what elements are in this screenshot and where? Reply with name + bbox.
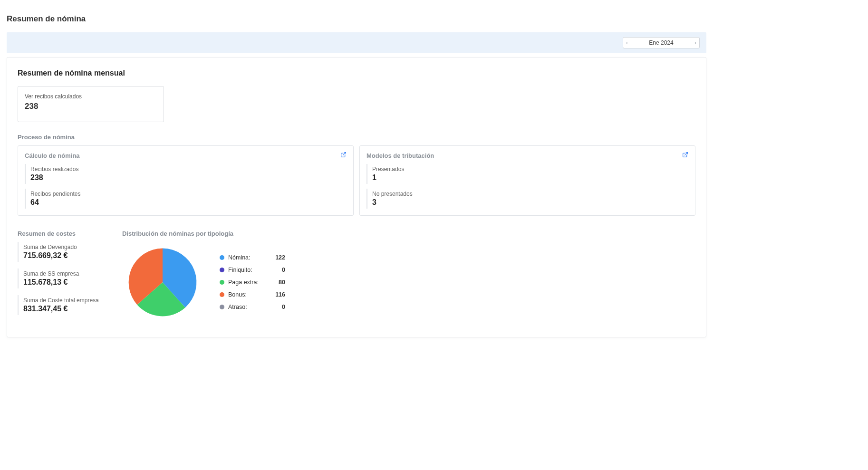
stat-label: Recibos pendientes <box>30 191 347 197</box>
legend-row: Atraso:0 <box>220 304 285 310</box>
stat-value: 115.678,13 € <box>23 278 108 287</box>
legend-label: Paga extra: <box>228 279 266 286</box>
tax-card: Modelos de tributación Presentados 1 No … <box>359 145 695 216</box>
stat-value: 3 <box>372 198 688 207</box>
calc-title: Cálculo de nómina <box>25 152 80 159</box>
receipts-box[interactable]: Ver recibos calculados 238 <box>18 86 164 122</box>
receipts-value: 238 <box>25 102 157 111</box>
legend-value: 122 <box>266 254 285 261</box>
stat-label: Recibos realizados <box>30 166 347 173</box>
calc-done: Recibos realizados 238 <box>25 164 347 184</box>
chevron-right-icon[interactable]: › <box>694 39 696 46</box>
stat-value: 831.347,45 € <box>23 305 108 313</box>
legend-label: Bonus: <box>228 291 266 298</box>
calc-pending: Recibos pendientes 64 <box>25 189 347 209</box>
calc-card: Cálculo de nómina Recibos realizados 238… <box>18 145 354 216</box>
topbar: ‹ Ene 2024 › <box>7 32 706 53</box>
legend-row: Finiquito:0 <box>220 267 285 273</box>
tax-presented: Presentados 1 <box>366 164 688 184</box>
stat-value: 64 <box>30 198 347 207</box>
legend-row: Bonus:116 <box>220 291 285 298</box>
costs-title: Resumen de costes <box>18 230 108 237</box>
process-title: Proceso de nómina <box>18 134 695 141</box>
tax-not-presented: No presentados 3 <box>366 189 688 209</box>
legend-dot-icon <box>220 255 224 260</box>
legend-dot-icon <box>220 292 224 297</box>
month-picker[interactable]: ‹ Ene 2024 › <box>623 37 700 48</box>
receipts-label: Ver recibos calculados <box>25 93 157 100</box>
stat-value: 715.669,32 € <box>23 251 108 260</box>
chart-legend: Nómina:122Finiquito:0Paga extra:80Bonus:… <box>220 254 285 310</box>
pie-chart <box>122 242 203 323</box>
legend-value: 116 <box>266 291 285 298</box>
cost-devengado: Suma de Devengado 715.669,32 € <box>18 242 108 262</box>
cost-ss: Suma de SS empresa 115.678,13 € <box>18 269 108 288</box>
open-icon[interactable] <box>682 152 688 159</box>
legend-value: 0 <box>266 304 285 310</box>
stat-value: 238 <box>30 173 347 182</box>
chart-title: Distribución de nóminas por tipología <box>122 230 285 237</box>
legend-dot-icon <box>220 280 224 285</box>
stat-label: Presentados <box>372 166 688 173</box>
legend-label: Atraso: <box>228 304 266 310</box>
legend-row: Nómina:122 <box>220 254 285 261</box>
chevron-left-icon[interactable]: ‹ <box>626 39 628 46</box>
stat-label: Suma de Coste total empresa <box>23 297 108 304</box>
stat-label: Suma de Devengado <box>23 244 108 250</box>
stat-label: Suma de SS empresa <box>23 270 108 277</box>
legend-label: Nómina: <box>228 254 266 261</box>
legend-dot-icon <box>220 305 224 309</box>
tax-title: Modelos de tributación <box>366 152 434 159</box>
legend-row: Paga extra:80 <box>220 279 285 286</box>
stat-value: 1 <box>372 173 688 182</box>
section-title: Resumen de nómina mensual <box>18 69 695 77</box>
cost-total: Suma de Coste total empresa 831.347,45 € <box>18 295 108 315</box>
svg-line-1 <box>685 153 687 155</box>
legend-dot-icon <box>220 268 224 272</box>
legend-value: 80 <box>266 279 285 286</box>
svg-line-0 <box>343 153 346 155</box>
legend-value: 0 <box>266 267 285 273</box>
legend-label: Finiquito: <box>228 267 266 273</box>
stat-label: No presentados <box>372 191 688 197</box>
page-title: Resumen de nómina <box>7 0 706 32</box>
main-card: Resumen de nómina mensual Ver recibos ca… <box>7 57 706 337</box>
month-label: Ene 2024 <box>649 39 673 46</box>
open-icon[interactable] <box>340 152 347 159</box>
